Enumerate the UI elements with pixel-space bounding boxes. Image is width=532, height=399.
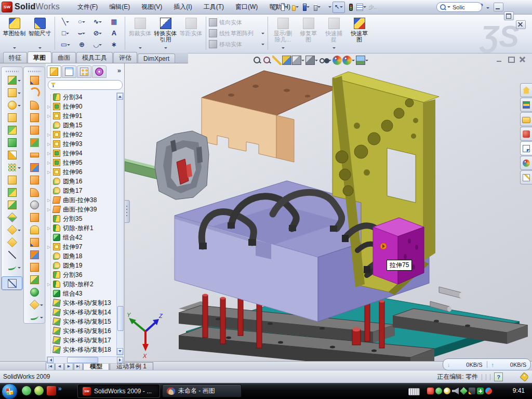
cm-tab[interactable]: 模具工具	[76, 52, 113, 63]
hatch-icon[interactable]: ▦	[106, 16, 122, 28]
part-clamp[interactable]	[125, 131, 209, 200]
view-settings-icon[interactable]	[356, 56, 369, 65]
repair-sketch-button[interactable]: 修复草 图	[296, 15, 321, 51]
task-button-solidworks[interactable]: SW SolidWorks 2009 - ...	[78, 384, 159, 397]
instant3d-icon[interactable]	[24, 298, 45, 311]
tree-item[interactable]: ▷ 拉伸93	[47, 139, 116, 149]
line-icon[interactable]: ╲	[58, 16, 74, 28]
solidworks-resources-icon[interactable]	[520, 83, 532, 97]
tree-item[interactable]: 圆角16	[47, 177, 116, 186]
spline-icon[interactable]: ∿	[90, 16, 106, 28]
taskbar-clock[interactable]: 9:41	[513, 387, 525, 394]
rectangle-icon[interactable]: □	[58, 28, 74, 39]
quick-launch-chevron[interactable]: »	[58, 385, 62, 392]
tree-item[interactable]: 分割35	[47, 214, 116, 223]
hide-show-items-icon[interactable]	[319, 56, 332, 65]
filter-input[interactable]	[58, 82, 112, 89]
tree-item[interactable]: ▷ 拉伸90	[47, 102, 116, 111]
point-icon[interactable]: ∗	[106, 39, 122, 50]
security-shield-tray-icon[interactable]	[435, 388, 442, 394]
print-icon[interactable]	[311, 2, 321, 12]
zoom-area-icon[interactable]	[262, 56, 272, 65]
convert-entities-button[interactable]: 转换实体引用	[153, 15, 178, 51]
tree-item[interactable]: ▷ 曲面-拉伸39	[47, 205, 116, 214]
cm-tab[interactable]: 草图	[28, 51, 51, 63]
move-copy-body-icon[interactable]	[2, 211, 22, 223]
volume-tray-icon[interactable]	[452, 388, 459, 394]
boundary-surface-icon[interactable]	[24, 124, 45, 136]
extruded-cut-icon[interactable]	[2, 86, 22, 99]
mid-surface-icon[interactable]	[24, 223, 45, 236]
tree-horizontal-scrollbar[interactable]	[47, 356, 124, 364]
tree-item[interactable]: 实体-移动/复制17	[47, 336, 116, 345]
replace-face-icon[interactable]	[24, 211, 45, 223]
close-button[interactable]	[516, 20, 526, 29]
rib-icon[interactable]	[2, 174, 22, 186]
cm-tab[interactable]: 曲面	[52, 52, 76, 63]
dimxpertmanager-tab[interactable]	[92, 65, 107, 78]
menu-item[interactable]: 插入(I)	[168, 0, 197, 14]
filled-surface-icon[interactable]	[24, 136, 45, 149]
lofted-surface-icon[interactable]	[24, 111, 45, 124]
antivirus-tray-icon[interactable]	[427, 388, 434, 394]
solidworks-search-icon[interactable]	[520, 127, 532, 141]
rapid-sketch-button[interactable]: 快速草 图	[347, 15, 371, 51]
tree-item[interactable]: ▷ 切除-放样1	[47, 223, 116, 233]
smart-dimension-button[interactable]: 智能尺寸	[28, 15, 52, 51]
tree-item[interactable]: ▷ 切除-放样2	[47, 280, 116, 289]
panel-overflow-chevron[interactable]: »	[117, 66, 121, 74]
menu-item[interactable]: 视图(V)	[136, 0, 168, 14]
tree-item[interactable]: 组合43	[47, 289, 116, 298]
radiate-surface-icon[interactable]	[24, 174, 45, 186]
doc-restore-button[interactable]	[507, 56, 515, 63]
file-explorer-icon[interactable]	[520, 112, 532, 126]
boundary-boss-icon[interactable]	[2, 136, 22, 149]
doc-minimize-button[interactable]	[496, 56, 504, 63]
undo-icon[interactable]	[322, 2, 332, 12]
circle-icon[interactable]: ○	[74, 16, 90, 28]
extend-surface-icon[interactable]	[24, 236, 45, 248]
tree-item[interactable]: 分割36	[47, 270, 116, 280]
pin-icon[interactable]	[267, 2, 277, 12]
view-palette-icon[interactable]	[520, 141, 532, 155]
task-button-paint[interactable]: 未命名 - 画图	[162, 384, 242, 397]
start-button[interactable]	[2, 383, 18, 399]
search-dropdown[interactable]	[447, 6, 450, 9]
tag-icon[interactable]	[520, 372, 529, 381]
tree-item[interactable]: ▷ 拉伸91	[47, 111, 116, 121]
menu-item[interactable]: 编辑(E)	[103, 0, 136, 14]
swept-boss-icon[interactable]	[2, 111, 22, 124]
menu-item[interactable]: 文件(F)	[72, 0, 103, 14]
search-input[interactable]: Solic	[453, 4, 465, 10]
reference-geometry-icon[interactable]	[2, 248, 22, 261]
network-speed-widget[interactable]: ↓0KB/S ↑0KB/S	[443, 358, 531, 370]
swept-surface-icon[interactable]	[24, 74, 45, 86]
new-file-icon[interactable]	[278, 2, 288, 12]
knit-surface-icon[interactable]	[24, 186, 45, 198]
design-library-icon[interactable]	[520, 98, 532, 112]
offset-entities-button[interactable]: 等距实体	[179, 15, 203, 51]
part-core-block[interactable]	[373, 218, 424, 284]
offset-surface-icon[interactable]	[24, 161, 45, 174]
tree-item[interactable]: ▷ 拉伸96	[47, 167, 116, 177]
health-tray-icon[interactable]	[477, 388, 484, 394]
hole-wizard-icon[interactable]	[2, 149, 22, 161]
display-delete-relations-button[interactable]: 显示/删 除几...	[271, 15, 295, 51]
linear-pattern-icon[interactable]	[2, 161, 22, 174]
curves-icon[interactable]	[2, 261, 22, 273]
mirror-entities-item[interactable]: 镜向实体	[209, 17, 265, 28]
tree-item[interactable]: 圆角15	[47, 121, 116, 130]
help-dropdown[interactable]	[486, 7, 489, 10]
zoom-fit-icon[interactable]	[252, 56, 262, 65]
select-tool[interactable]: ↖	[332, 2, 345, 13]
dome-icon[interactable]	[24, 286, 45, 298]
options-icon[interactable]	[356, 2, 367, 12]
tree-item[interactable]: 实体-移动/复制13	[47, 298, 116, 308]
rebuild-icon[interactable]	[345, 2, 356, 12]
filter-wand-icon[interactable]	[272, 56, 282, 65]
tree-filter-box[interactable]	[48, 80, 123, 90]
appearances-icon[interactable]	[520, 156, 532, 170]
part-top-plate[interactable]	[202, 71, 338, 162]
input-method-icon[interactable]	[408, 388, 420, 395]
untrim-surface-icon[interactable]	[24, 261, 45, 273]
